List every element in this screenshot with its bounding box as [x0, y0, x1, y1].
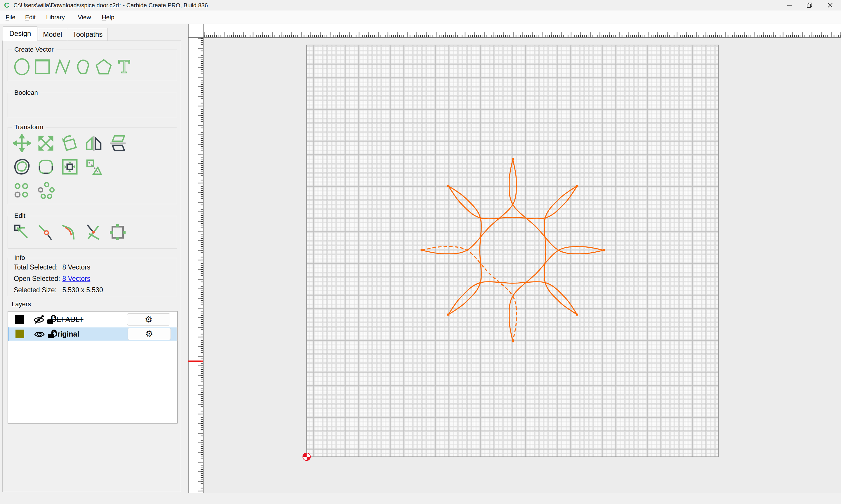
selected-vector[interactable] [422, 247, 516, 341]
minimize-button[interactable] [780, 0, 799, 11]
edit-nodes-icon [13, 223, 31, 241]
curve-tool-button[interactable] [73, 57, 93, 76]
restore-icon [806, 2, 813, 8]
scale-inward-icon [61, 158, 79, 176]
transform-tools-row3 [12, 181, 55, 200]
layers-title: Layers [12, 301, 31, 308]
layer-default-settings-button[interactable]: ⚙ [127, 313, 170, 325]
info-open-selected: Open Selected: 8 Vectors [14, 274, 90, 283]
layer-name-default[interactable]: DEFAULT [51, 312, 84, 327]
selected-vector[interactable] [448, 186, 481, 314]
info-selected-size-value: 5.530 x 5.530 [62, 286, 103, 294]
layer-original-settings-button[interactable]: ⚙ [127, 328, 171, 340]
edit-nodes-tool-button[interactable] [12, 222, 32, 242]
tab-model[interactable]: Model [38, 28, 67, 41]
selected-vector[interactable] [544, 186, 577, 314]
selected-vector[interactable] [422, 159, 516, 254]
selected-vector[interactable] [509, 159, 604, 254]
group-info: Info Total Selected: 8 Vectors Open Sele… [7, 258, 177, 296]
menu-help[interactable]: Help [101, 11, 115, 24]
vector-node[interactable] [576, 313, 578, 316]
selected-vector[interactable] [448, 186, 577, 219]
eye-icon[interactable] [34, 329, 45, 339]
menu-bar: File Edit Library View Help [0, 11, 841, 24]
layer-row-default[interactable]: DEFAULT ⚙ [8, 312, 177, 327]
vector-node[interactable] [512, 158, 514, 160]
polyline-tool-button[interactable] [53, 57, 72, 76]
close-icon [827, 2, 833, 8]
fillet-tool-button[interactable] [36, 157, 55, 177]
info-total-selected: Total Selected: 8 Vectors [14, 263, 90, 272]
text-tool-button[interactable]: T [115, 57, 134, 76]
menu-library[interactable]: Library [45, 11, 66, 24]
rotate-tool-button[interactable] [60, 133, 80, 153]
info-total-selected-label: Total Selected: [14, 263, 61, 272]
curve-icon [74, 58, 92, 76]
vector-node[interactable] [576, 185, 578, 187]
info-open-selected-link[interactable]: 8 Vectors [62, 275, 90, 282]
resize-handles-tool-button[interactable] [108, 222, 127, 242]
info-total-selected-value: 8 Vectors [62, 263, 90, 271]
info-selected-size: Selected Size: 5.530 x 5.530 [14, 286, 103, 294]
restore-button[interactable] [800, 0, 819, 11]
gear-icon: ⚙ [145, 329, 153, 338]
group-boolean: Boolean [7, 93, 177, 117]
vector-node[interactable] [447, 185, 449, 187]
ruler-position-marker [188, 360, 203, 362]
circular-array-tool-button[interactable] [36, 181, 55, 200]
circle-tool-button[interactable] [12, 57, 32, 76]
tab-design[interactable]: Design [3, 26, 37, 41]
group-title-boolean: Boolean [12, 89, 40, 96]
scale-inward-tool-button[interactable] [60, 157, 80, 177]
close-button[interactable] [821, 0, 840, 11]
selected-vector[interactable] [509, 247, 604, 341]
fillet-corner-icon [61, 223, 79, 241]
ruler-border-line [188, 24, 189, 493]
linear-array-tool-button[interactable] [12, 181, 32, 200]
group-title-info: Info [12, 254, 28, 262]
flip-vertical-tool-button[interactable] [108, 133, 127, 153]
move-tool-button[interactable] [12, 133, 32, 153]
menu-file[interactable]: File [5, 11, 16, 24]
layer-color-swatch[interactable] [16, 329, 24, 338]
group-title-transform: Transform [12, 123, 46, 131]
fillet-corner-tool-button[interactable] [60, 222, 80, 242]
circle-icon [13, 58, 31, 76]
resize-handles-icon [109, 223, 127, 241]
carbide-create-window: C C:\Users\willa\Downloads\spice door.c2… [0, 0, 841, 504]
gear-icon: ⚙ [145, 315, 153, 324]
svg-text:T: T [118, 58, 130, 76]
origin-marker[interactable] [303, 453, 310, 461]
vector-node[interactable] [512, 340, 514, 342]
project-tool-button[interactable] [84, 157, 103, 177]
join-vectors-icon [85, 223, 103, 241]
polygon-tool-button[interactable] [94, 57, 113, 76]
join-vectors-tool-button[interactable] [84, 222, 103, 242]
mirror-tool-button[interactable] [84, 133, 103, 153]
polyline-icon [54, 58, 72, 76]
layer-color-swatch[interactable] [15, 315, 24, 324]
layer-list: DEFAULT ⚙ Original ⚙ [7, 311, 177, 424]
vector-node[interactable] [421, 249, 423, 251]
vector-node[interactable] [603, 249, 605, 251]
menu-edit[interactable]: Edit [24, 11, 37, 24]
transform-tools-row2 [12, 157, 103, 177]
selected-vector[interactable] [448, 282, 577, 315]
menu-view[interactable]: View [77, 11, 92, 24]
layer-row-original[interactable]: Original ⚙ [8, 327, 177, 341]
polygon-icon [95, 58, 113, 76]
vector-node[interactable] [447, 313, 449, 316]
cut-vector-tool-button[interactable] [36, 222, 55, 242]
cut-vector-icon [37, 223, 55, 241]
minimize-icon [787, 2, 792, 8]
layer-name-original[interactable]: Original [52, 327, 79, 341]
tab-toolpaths[interactable]: Toolpaths [68, 28, 107, 41]
app-icon: C [4, 1, 9, 9]
scale-icon [37, 134, 55, 152]
offset-tool-button[interactable] [12, 157, 32, 177]
scale-tool-button[interactable] [36, 133, 55, 153]
rectangle-tool-button[interactable] [33, 57, 52, 76]
eye-off-icon[interactable] [33, 315, 45, 324]
design-drawing[interactable] [204, 38, 841, 493]
info-selected-size-label: Selected Size: [14, 286, 61, 294]
